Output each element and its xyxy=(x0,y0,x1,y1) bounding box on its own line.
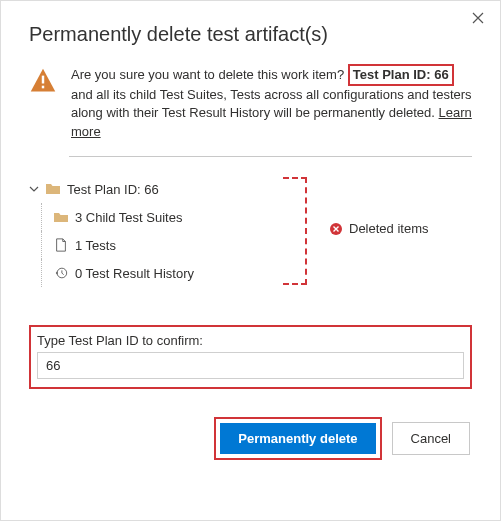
confirm-section: Type Test Plan ID to confirm: xyxy=(29,325,472,389)
confirm-label: Type Test Plan ID to confirm: xyxy=(37,333,464,348)
warning-suffix: and all its child Test Suites, Tests acr… xyxy=(71,87,472,121)
tree-item-label: 3 Child Test Suites xyxy=(75,210,182,225)
folder-icon xyxy=(53,209,69,225)
tree-item-label: 0 Test Result History xyxy=(75,266,194,281)
dialog-buttons: Permanently delete Cancel xyxy=(29,417,472,460)
confirm-input[interactable] xyxy=(37,352,464,379)
svg-rect-0 xyxy=(42,76,44,84)
delete-artifacts-dialog: Permanently delete test artifact(s) Are … xyxy=(1,1,500,480)
dialog-title: Permanently delete test artifact(s) xyxy=(29,23,472,46)
deleted-items-text: Deleted items xyxy=(349,221,428,236)
folder-open-icon xyxy=(45,181,61,197)
warning-prefix: Are you sure you want to delete this wor… xyxy=(71,67,344,82)
history-icon xyxy=(53,265,69,281)
divider xyxy=(69,156,472,157)
warning-icon xyxy=(29,66,57,94)
dashed-bracket-annotation xyxy=(283,177,307,285)
svg-rect-1 xyxy=(42,86,44,89)
permanently-delete-button[interactable]: Permanently delete xyxy=(220,423,375,454)
warning-message: Are you sure you want to delete this wor… xyxy=(29,64,472,142)
deleted-items-label: Deleted items xyxy=(329,221,428,236)
cancel-button[interactable]: Cancel xyxy=(392,422,470,455)
chevron-down-icon xyxy=(29,184,39,194)
document-icon xyxy=(53,237,69,253)
warning-text: Are you sure you want to delete this wor… xyxy=(71,64,472,142)
tree-root[interactable]: Test Plan ID: 66 xyxy=(29,175,472,203)
warning-highlight: Test Plan ID: 66 xyxy=(348,64,454,86)
tree-root-label: Test Plan ID: 66 xyxy=(67,182,159,197)
primary-button-highlight: Permanently delete xyxy=(214,417,381,460)
close-icon xyxy=(472,11,484,27)
tree-item-label: 1 Tests xyxy=(75,238,116,253)
close-button[interactable] xyxy=(466,7,490,31)
error-circle-icon xyxy=(329,222,343,236)
tree-item[interactable]: 0 Test Result History xyxy=(29,259,472,287)
tree-area: Test Plan ID: 66 3 Child Test Suites 1 T… xyxy=(29,175,472,295)
